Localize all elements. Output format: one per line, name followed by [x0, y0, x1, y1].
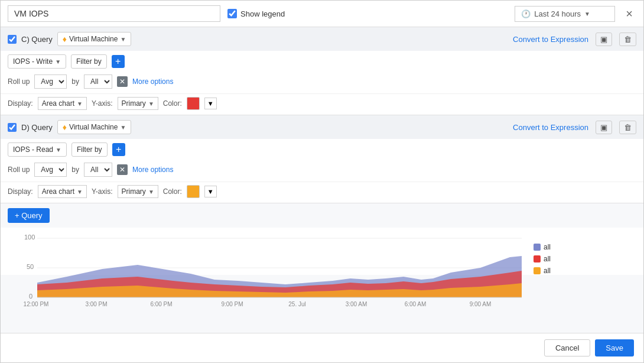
- show-legend-label: Show legend: [240, 9, 285, 18]
- query-d-metric-row: IOPS - Read ▼ Filter by +: [1, 139, 643, 160]
- query-c-vm-badge[interactable]: ♦ Virtual Machine ▼: [57, 32, 132, 46]
- chevron-down-icon: ▼: [56, 147, 61, 153]
- show-legend-checkbox[interactable]: [227, 9, 237, 18]
- query-d-rollup-label: Roll up: [8, 166, 30, 174]
- query-c-filter-button[interactable]: Filter by: [71, 54, 107, 69]
- title-input[interactable]: [8, 5, 220, 22]
- query-c-chart-type-select[interactable]: Area chart ▼: [38, 97, 87, 110]
- query-c-rollup-by-select[interactable]: All: [84, 74, 112, 89]
- query-block-c: C) Query ♦ Virtual Machine ▼ Convert to …: [1, 27, 643, 115]
- query-d-label: D) Query: [21, 123, 53, 132]
- add-query-row: + Query: [1, 203, 643, 228]
- query-d-add-filter-button[interactable]: +: [112, 143, 125, 156]
- convert-to-expression-c[interactable]: Convert to Expression: [513, 35, 588, 44]
- svg-text:25. Jul: 25. Jul: [288, 301, 305, 307]
- legend-color-red: [534, 255, 541, 262]
- query-d-metric-button[interactable]: IOPS - Read ▼: [8, 142, 67, 157]
- duplicate-query-c-button[interactable]: ▣: [596, 33, 612, 46]
- legend-item-blue: all: [534, 243, 581, 251]
- query-c-add-filter-button[interactable]: +: [112, 55, 125, 68]
- vm-icon: ♦: [63, 34, 67, 44]
- add-query-button[interactable]: + Query: [8, 208, 50, 223]
- legend-item-orange: all: [534, 267, 581, 275]
- query-c-by-label: by: [71, 77, 79, 86]
- query-c-rollup-func-select[interactable]: Avg: [34, 74, 67, 89]
- delete-query-d-button[interactable]: 🗑: [619, 121, 636, 134]
- svg-text:100: 100: [24, 234, 35, 241]
- query-d-display-row: Display: Area chart ▼ Y-axis: Primary ▼ …: [1, 182, 643, 203]
- query-c-vm-label: Virtual Machine: [69, 35, 118, 43]
- query-d-yaxis-value: Primary: [122, 187, 146, 196]
- query-d-checkbox[interactable]: [8, 123, 17, 132]
- save-button[interactable]: Save: [595, 339, 634, 356]
- query-c-header: C) Query ♦ Virtual Machine ▼ Convert to …: [1, 27, 643, 51]
- duplicate-query-d-button[interactable]: ▣: [596, 121, 612, 134]
- close-button[interactable]: ×: [622, 6, 636, 22]
- query-d-chart-type-select[interactable]: Area chart ▼: [38, 185, 87, 198]
- query-d-vm-badge[interactable]: ♦ Virtual Machine ▼: [57, 120, 132, 134]
- query-c-color-dropdown[interactable]: ▼: [204, 98, 217, 109]
- query-d-vm-label: Virtual Machine: [69, 123, 118, 131]
- query-d-color-dropdown[interactable]: ▼: [204, 186, 217, 197]
- query-c-metric-button[interactable]: IOPS - Write ▼: [8, 54, 66, 69]
- query-d-more-options[interactable]: More options: [132, 166, 173, 174]
- legend-label-orange: all: [544, 267, 551, 275]
- vm-icon: ♦: [63, 122, 67, 132]
- svg-text:3:00 AM: 3:00 AM: [346, 301, 367, 307]
- query-d-roll-row: Roll up Avg by All ✕ More options: [1, 160, 643, 182]
- svg-text:12:00 PM: 12:00 PM: [24, 301, 49, 307]
- cancel-button[interactable]: Cancel: [544, 339, 590, 356]
- chevron-down-icon: ▼: [148, 101, 154, 107]
- query-d-metric-label: IOPS - Read: [13, 145, 53, 154]
- query-c-display-row: Display: Area chart ▼ Y-axis: Primary ▼ …: [1, 93, 643, 115]
- svg-text:6:00 AM: 6:00 AM: [405, 301, 427, 307]
- query-c-yaxis-select[interactable]: Primary ▼: [118, 97, 158, 110]
- legend-item-red: all: [534, 255, 581, 263]
- legend-color-orange: [534, 267, 541, 274]
- modal-footer: Cancel Save: [1, 333, 643, 362]
- chevron-down-icon: ▼: [120, 36, 126, 43]
- svg-text:50: 50: [27, 263, 34, 270]
- query-c-more-options[interactable]: More options: [132, 77, 173, 86]
- query-c-metric-row: IOPS - Write ▼ Filter by +: [1, 51, 643, 72]
- query-c-checkbox[interactable]: [8, 35, 17, 44]
- query-d-display-label: Display:: [8, 187, 33, 196]
- query-d-clear-button[interactable]: ✕: [117, 164, 128, 175]
- convert-to-expression-d[interactable]: Convert to Expression: [513, 123, 588, 132]
- query-d-color-swatch[interactable]: [187, 185, 200, 198]
- query-c-chart-type-label: Area chart: [42, 99, 74, 108]
- query-d-rollup-by-select[interactable]: All: [84, 163, 112, 177]
- chevron-down-icon: ▼: [55, 59, 61, 65]
- legend-label-blue: all: [544, 243, 551, 251]
- clock-icon: 🕐: [521, 9, 531, 18]
- query-c-roll-row: Roll up Avg by All ✕ More options: [1, 72, 643, 93]
- query-d-rollup-func-select[interactable]: Avg: [34, 163, 67, 177]
- time-range-label: Last 24 hours: [534, 9, 581, 18]
- query-c-rollup-label: Roll up: [8, 77, 30, 86]
- chevron-down-icon: ▼: [120, 124, 126, 131]
- show-legend-container: Show legend: [227, 9, 285, 18]
- query-d-yaxis-label: Y-axis:: [92, 187, 113, 196]
- time-range-dropdown[interactable]: 🕐 Last 24 hours ▼: [515, 6, 615, 22]
- legend-color-blue: [534, 244, 541, 251]
- chart-svg: 100 50 0 12:00 PM 3:00 PM 6:00 PM: [8, 232, 528, 318]
- query-d-by-label: by: [71, 166, 79, 174]
- chevron-down-icon: ▼: [148, 189, 154, 195]
- svg-text:3:00 PM: 3:00 PM: [85, 301, 107, 307]
- query-d-color-label: Color:: [163, 187, 182, 196]
- query-c-yaxis-value: Primary: [122, 99, 146, 108]
- svg-text:9:00 AM: 9:00 AM: [470, 301, 492, 307]
- query-c-yaxis-label: Y-axis:: [92, 99, 113, 108]
- query-c-clear-button[interactable]: ✕: [117, 76, 128, 87]
- query-c-metric-label: IOPS - Write: [13, 57, 53, 66]
- query-d-filter-button[interactable]: Filter by: [71, 142, 108, 157]
- chevron-down-icon: ▼: [77, 101, 83, 107]
- chevron-down-icon: ▼: [584, 11, 590, 17]
- query-c-color-swatch[interactable]: [187, 97, 200, 110]
- query-d-yaxis-select[interactable]: Primary ▼: [118, 185, 158, 198]
- svg-text:6:00 PM: 6:00 PM: [150, 301, 172, 307]
- legend-label-red: all: [544, 255, 551, 263]
- chart-legend: all all all: [534, 243, 581, 275]
- query-d-chart-type-label: Area chart: [42, 187, 74, 196]
- delete-query-c-button[interactable]: 🗑: [619, 33, 636, 46]
